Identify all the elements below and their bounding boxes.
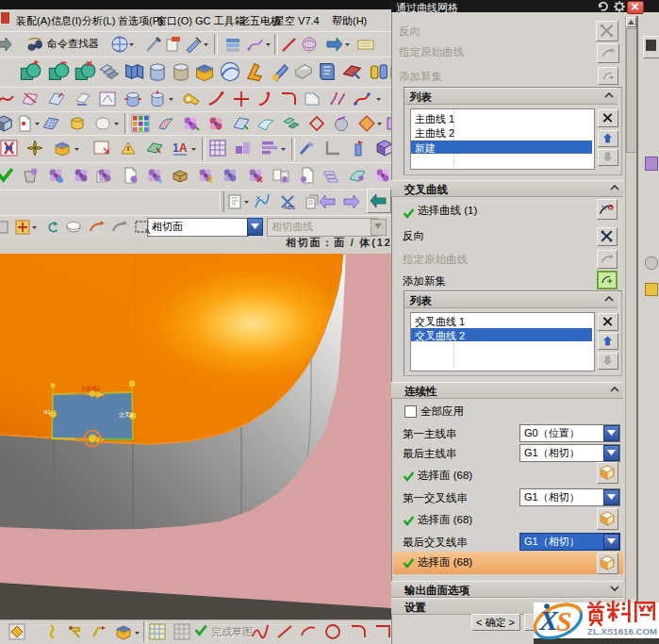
svg-text:ABS: ABS [284,205,295,210]
svg-text:交叉2: 交叉2 [118,411,134,418]
svg-text:N1: N1 [43,409,51,415]
svg-text:主曲线2: 主曲线2 [81,386,100,392]
svg-text:A: A [179,141,188,155]
svg-text:S: S [556,605,572,636]
svg-text:ZL.XS1616.COM: ZL.XS1616.COM [587,626,657,636]
svg-text:1: 1 [173,141,179,155]
